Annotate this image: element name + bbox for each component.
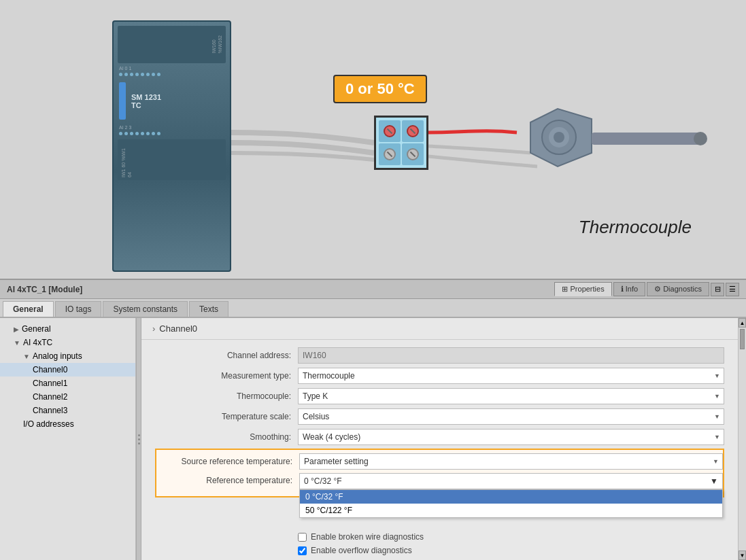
plc-top-text: IW160%IW162 <box>211 35 223 53</box>
tab-system-constants[interactable]: System constants <box>103 301 188 317</box>
plc-bottom-text: IW1 60 %IW1 64 <box>120 142 133 177</box>
checkbox-overflow[interactable] <box>298 546 307 555</box>
label-source-ref-temp: Source reference temperature: <box>156 457 299 466</box>
select-temperature-scale[interactable]: Celsius <box>298 408 724 425</box>
channel-breadcrumb: › Channel0 <box>141 318 738 340</box>
checkbox-broken-wire[interactable] <box>298 533 307 542</box>
scrollbar-up-btn[interactable]: ▲ <box>739 318 746 328</box>
label-measurement-type: Measurement type: <box>155 371 298 381</box>
field-channel-address: Channel address: <box>155 347 724 364</box>
nav-item-analog-inputs[interactable]: ▼ Analog inputs <box>0 349 135 363</box>
value-ref-temp: 0 °C/32 °F ▼ 0 °C/32 °F 50 °C/122 °F <box>299 473 723 489</box>
label-overflow: Enable overflow diagnostics <box>311 546 412 555</box>
label-thermocouple: Thermocouple: <box>155 391 298 401</box>
svg-marker-0 <box>530 109 592 167</box>
label-smoothing: Smoothing: <box>155 432 298 442</box>
form-area: Channel address: Measurement type: Therm… <box>141 340 738 560</box>
field-smoothing: Smoothing: Weak (4 cycles) <box>155 428 724 446</box>
module-title: AI 4xTC_1 [Module] <box>7 285 82 294</box>
field-thermocouple: Thermocouple: Type K <box>155 387 724 405</box>
plc-ai-label-top: AI 0 1 <box>119 66 224 71</box>
tab-bar: General IO tags System constants Texts <box>0 299 746 318</box>
dropdown-option-50c[interactable]: 50 °C/122 °F <box>300 504 722 517</box>
field-measurement-type: Measurement type: Thermocouple <box>155 367 724 385</box>
title-tab-properties[interactable]: ⊞ Properties <box>554 282 611 296</box>
panel-icon-2[interactable]: ☰ <box>726 283 739 296</box>
value-channel-address <box>298 347 724 364</box>
orange-section: Source reference temperature: Parameter … <box>155 449 724 497</box>
select-measurement-type[interactable]: Thermocouple <box>298 368 724 384</box>
select-source-ref-temp[interactable]: Parameter setting <box>299 453 723 470</box>
nav-item-channel3[interactable]: Channel3 <box>0 404 135 417</box>
nav-item-channel0[interactable]: Channel0 <box>0 363 135 377</box>
field-temperature-scale: Temperature scale: Celsius <box>155 408 724 425</box>
bottom-panel: AI 4xTC_1 [Module] ⊞ Properties ℹ Info ⚙… <box>0 279 746 560</box>
label-broken-wire: Enable broken wire diagnostics <box>311 532 424 542</box>
dropdown-ref-temp-field[interactable]: 0 °C/32 °F ▼ <box>299 473 723 489</box>
value-source-ref-temp: Parameter setting <box>299 453 723 470</box>
value-measurement-type: Thermocouple <box>298 368 724 384</box>
svg-point-2 <box>694 132 707 145</box>
plc-name-line2: TC <box>131 101 161 109</box>
title-tab-diagnostics[interactable]: ⚙ Diagnostics <box>647 282 709 296</box>
content-area: ▶ General ▼ AI 4xTC ▼ Analog inputs Chan… <box>0 318 746 560</box>
value-smoothing: Weak (4 cycles) <box>298 429 724 445</box>
field-ref-temp: Reference temperature: 0 °C/32 °F ▼ 0 °C… <box>156 473 723 491</box>
scrollbar-thumb[interactable] <box>740 329 745 349</box>
plc-name-line1: SM 1231 <box>131 93 161 101</box>
dropdown-ref-temp-list: 0 °C/32 °F 50 °C/122 °F <box>299 489 723 518</box>
tab-general[interactable]: General <box>3 301 54 317</box>
panel-icon-1[interactable]: ⊟ <box>711 283 724 296</box>
tab-texts[interactable]: Texts <box>189 301 228 317</box>
svg-point-3 <box>542 120 576 154</box>
plc-ai-label-bottom: AI 2 3 <box>119 125 224 130</box>
scrollbar-track <box>739 328 746 550</box>
voltage-label: 0 or 50 °C <box>333 75 427 103</box>
svg-rect-1 <box>592 133 700 145</box>
right-scrollbar: ▲ ▼ <box>738 318 746 560</box>
left-nav: ▶ General ▼ AI 4xTC ▼ Analog inputs Chan… <box>0 318 136 560</box>
value-temperature-scale: Celsius <box>298 408 724 425</box>
thermocouple-label: Thermocouple <box>579 217 692 238</box>
plc-blue-indicator <box>119 82 126 120</box>
checkbox-row-underflow: Enable underflow diagnostics <box>298 557 724 560</box>
scrollbar-down-btn[interactable]: ▼ <box>739 550 746 560</box>
checkbox-row-broken-wire: Enable broken wire diagnostics <box>298 530 724 544</box>
title-tabs: ⊞ Properties ℹ Info ⚙ Diagnostics ⊟ ☰ <box>554 282 739 296</box>
nav-item-ai4xtc[interactable]: ▼ AI 4xTC <box>0 336 135 349</box>
label-temperature-scale: Temperature scale: <box>155 412 298 421</box>
svg-point-4 <box>549 127 569 147</box>
breadcrumb-label: Channel0 <box>159 323 197 334</box>
connector-box <box>374 116 428 170</box>
field-source-ref-temp: Source reference temperature: Parameter … <box>156 453 723 470</box>
tab-io-tags[interactable]: IO tags <box>55 301 102 317</box>
svg-point-5 <box>554 132 564 143</box>
nav-item-general[interactable]: ▶ General <box>0 322 135 336</box>
label-ref-temp: Reference temperature: <box>156 473 299 485</box>
select-thermocouple[interactable]: Type K <box>298 388 724 404</box>
resize-handle[interactable] <box>136 318 141 560</box>
diagram-area: IW160%IW162 AI 0 1 SM 1231 TC AI 2 3 <box>0 0 746 279</box>
label-channel-address: Channel address: <box>155 351 298 360</box>
nav-item-channel2[interactable]: Channel2 <box>0 390 135 404</box>
select-smoothing[interactable]: Weak (4 cycles) <box>298 429 724 445</box>
nav-item-io-addresses[interactable]: I/O addresses <box>0 417 135 431</box>
dropdown-option-0c[interactable]: 0 °C/32 °F <box>300 490 722 504</box>
dropdown-ref-temp: 0 °C/32 °F ▼ 0 °C/32 °F 50 °C/122 °F <box>299 473 723 489</box>
checkbox-row-overflow: Enable overflow diagnostics <box>298 544 724 557</box>
main-content: › Channel0 Channel address: Measurement … <box>141 318 738 560</box>
value-thermocouple: Type K <box>298 388 724 404</box>
input-channel-address <box>298 347 724 364</box>
title-tab-info[interactable]: ℹ Info <box>613 282 645 296</box>
module-title-bar: AI 4xTC_1 [Module] ⊞ Properties ℹ Info ⚙… <box>0 280 746 299</box>
plc-module: IW160%IW162 AI 0 1 SM 1231 TC AI 2 3 <box>112 20 231 272</box>
nav-item-channel1[interactable]: Channel1 <box>0 377 135 390</box>
